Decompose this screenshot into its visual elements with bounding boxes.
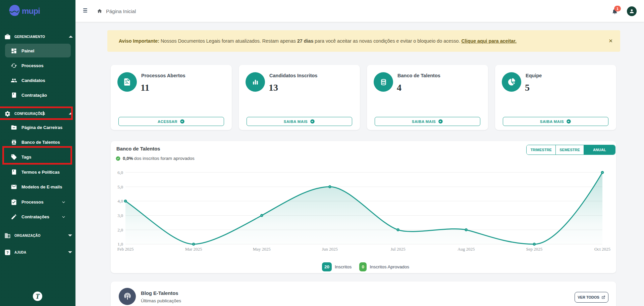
svg-text:Jul 2025: Jul 2025 (390, 247, 405, 252)
svg-text:4,0: 4,0 (117, 199, 123, 204)
svg-text:Mar 2025: Mar 2025 (185, 247, 202, 252)
svg-text:May 2025: May 2025 (253, 247, 271, 252)
svg-text:2,0: 2,0 (117, 227, 123, 232)
svg-text:mupi: mupi (22, 6, 40, 15)
svg-text:Sep 2025: Sep 2025 (526, 247, 543, 252)
svg-text:Aug 2025: Aug 2025 (458, 247, 475, 252)
svg-text:1,0: 1,0 (117, 242, 123, 247)
svg-text:5,0: 5,0 (117, 184, 123, 189)
svg-text:Feb 2025: Feb 2025 (117, 247, 134, 252)
svg-text:3,0: 3,0 (117, 213, 123, 218)
svg-text:Jun 2025: Jun 2025 (322, 247, 338, 252)
svg-text:6,0: 6,0 (117, 170, 123, 175)
svg-text:?: ? (6, 250, 9, 254)
svg-text:Oct 2025: Oct 2025 (594, 247, 610, 252)
